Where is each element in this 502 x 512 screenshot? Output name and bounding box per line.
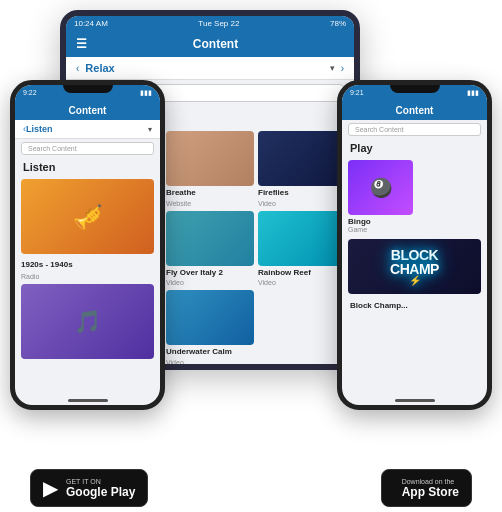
- phone-left-section: Listen: [15, 158, 160, 176]
- phone-left-header: Content: [15, 101, 160, 120]
- phone-left-item-label-0: 1920s - 1940s: [21, 260, 154, 269]
- bingo-sublabel: Game: [348, 226, 413, 233]
- tablet-status-bar: 10:24 AM Tue Sep 22 78%: [66, 16, 354, 31]
- app-store-text: Download on the App Store: [402, 478, 459, 499]
- grid-label-7: Underwater Calm: [166, 347, 254, 357]
- grid-label-5: Rainbow Reef: [258, 268, 346, 278]
- right-phone-home: [395, 399, 435, 402]
- left-phone-home: [68, 399, 108, 402]
- tablet-date: Tue Sep 22: [198, 19, 239, 28]
- phone-left-time: 9:22: [23, 89, 37, 97]
- phone-left-thumb-1: 🎵: [21, 284, 154, 359]
- tablet-battery: 78%: [330, 19, 346, 28]
- tablet-nav-dropdown[interactable]: ▾: [330, 63, 335, 73]
- google-play-pre-label: GET IT ON: [66, 478, 135, 485]
- phone-left-battery: ▮▮▮: [140, 89, 152, 97]
- grid-item-4: Fly Over Italy 2 Video: [166, 211, 254, 287]
- block-champ-label: Block Champ...: [350, 301, 479, 310]
- hamburger-icon[interactable]: ☰: [76, 37, 87, 51]
- grid-label-2: Fireflies: [258, 188, 346, 198]
- tablet-nav-label: Relax: [85, 62, 323, 74]
- phone-left-search[interactable]: Search Content: [21, 142, 154, 155]
- tablet-time: 10:24 AM: [74, 19, 108, 28]
- grid-sublabel-2: Video: [258, 200, 346, 207]
- google-play-icon: ▶: [43, 476, 58, 500]
- phone-right-section: Play: [342, 139, 487, 157]
- grid-sublabel-4: Video: [166, 279, 254, 286]
- right-phone-notch: [390, 85, 440, 93]
- store-badges: ▶ GET IT ON Google Play Download on the …: [0, 469, 502, 507]
- phone-right-title: Content: [396, 105, 434, 116]
- grid-sublabel-5: Video: [258, 279, 346, 286]
- phone-left-nav-label: Listen: [26, 124, 148, 134]
- phone-right-battery: ▮▮▮: [467, 89, 479, 97]
- grid-thumb-5: [258, 211, 346, 266]
- grid-sublabel-1: Website: [166, 200, 254, 207]
- phone-left-title: Content: [69, 105, 107, 116]
- grid-sublabel-7: Video: [166, 359, 254, 364]
- phone-right-search[interactable]: Search Content: [348, 123, 481, 136]
- tablet-nav-forward[interactable]: ›: [341, 63, 344, 74]
- phone-right-screen: 9:21 ▮▮▮ Content Search Content Play 🎱 B…: [342, 85, 487, 405]
- tablet-nav: ‹ Relax ▾ ›: [66, 57, 354, 80]
- app-store-badge[interactable]: Download on the App Store: [381, 469, 472, 507]
- app-store-main-label: App Store: [402, 485, 459, 499]
- phone-left-device: 9:22 ▮▮▮ Content ‹ Listen ▾ Search Conte…: [10, 80, 165, 410]
- grid-thumb-7: [166, 290, 254, 345]
- grid-item-7: Underwater Calm Video: [166, 290, 254, 364]
- phone-left-nav: ‹ Listen ▾: [15, 120, 160, 139]
- phone-left-screen: 9:22 ▮▮▮ Content ‹ Listen ▾ Search Conte…: [15, 85, 160, 405]
- block-champ-label-container: Block Champ...: [342, 297, 487, 312]
- scene: 10:24 AM Tue Sep 22 78% ☰ Content ‹ Rela…: [0, 0, 502, 512]
- bingo-label: Bingo: [348, 217, 413, 226]
- grid-item-5: Rainbow Reef Video: [258, 211, 346, 287]
- phone-right-time: 9:21: [350, 89, 364, 97]
- grid-label-1: Breathe: [166, 188, 254, 198]
- phone-right-device: 9:21 ▮▮▮ Content Search Content Play 🎱 B…: [337, 80, 492, 410]
- phone-left-item-sublabel-0: Radio: [21, 273, 154, 280]
- grid-item-2: Fireflies Video: [258, 131, 346, 207]
- google-play-main-label: Google Play: [66, 485, 135, 499]
- google-play-badge[interactable]: ▶ GET IT ON Google Play: [30, 469, 148, 507]
- bingo-thumb: 🎱: [348, 160, 413, 215]
- google-play-text: GET IT ON Google Play: [66, 478, 135, 499]
- tablet-nav-back[interactable]: ‹: [76, 63, 79, 74]
- grid-label-4: Fly Over Italy 2: [166, 268, 254, 278]
- tablet-header: ☰ Content: [66, 31, 354, 57]
- block-champ-text: BLOCKCHAMP ⚡: [390, 248, 439, 286]
- grid-thumb-2: [258, 131, 346, 186]
- block-champ-lightning: ⚡: [390, 276, 439, 286]
- grid-thumb-4: [166, 211, 254, 266]
- grid-thumb-1: [166, 131, 254, 186]
- phone-left-list: 🎺 1920s - 1940s Radio 🎵: [15, 176, 160, 362]
- phone-left-thumb-0: 🎺: [21, 179, 154, 254]
- phone-right-header: Content: [342, 101, 487, 120]
- grid-item-1: Breathe Website: [166, 131, 254, 207]
- tablet-title: Content: [87, 37, 344, 51]
- phone-left-nav-dropdown[interactable]: ▾: [148, 125, 152, 134]
- block-champ-banner: BLOCKCHAMP ⚡: [348, 239, 481, 294]
- play-item-bingo: 🎱 Bingo Game: [348, 160, 413, 233]
- play-grid: 🎱 Bingo Game: [342, 157, 487, 236]
- app-store-pre-label: Download on the: [402, 478, 459, 485]
- left-phone-notch: [63, 85, 113, 93]
